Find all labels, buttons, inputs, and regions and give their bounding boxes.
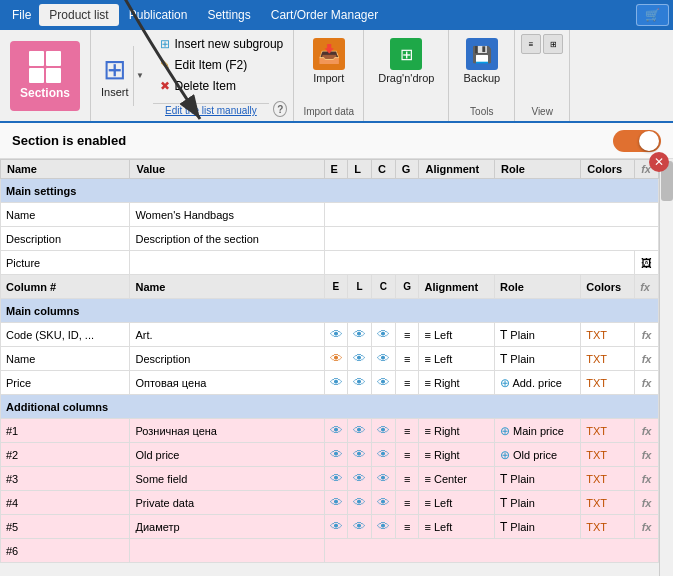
col-eye-2[interactable]: 👁 bbox=[348, 467, 372, 491]
file-menu[interactable]: File bbox=[4, 4, 39, 26]
picture-browse-icon[interactable]: 🖼 bbox=[635, 251, 659, 275]
col-eye-3[interactable]: 👁 bbox=[372, 467, 396, 491]
col-eye-3[interactable]: 👁 bbox=[372, 347, 396, 371]
insert-dropdown-button[interactable]: ▼ bbox=[133, 46, 147, 106]
col-eye-2[interactable]: 👁 bbox=[348, 371, 372, 395]
col-fx[interactable]: fx bbox=[635, 323, 659, 347]
col-alignment[interactable]: ≡ Left bbox=[419, 347, 495, 371]
col-align-icon[interactable]: ≡ bbox=[395, 467, 419, 491]
col-eye-1[interactable]: 👁 bbox=[324, 515, 348, 539]
col-eye-2[interactable]: 👁 bbox=[348, 491, 372, 515]
col-role[interactable]: ⊕ Main price bbox=[494, 419, 580, 443]
col-alignment[interactable]: ≡ Center bbox=[419, 467, 495, 491]
col-align-icon[interactable]: ≡ bbox=[395, 419, 419, 443]
col-name[interactable]: Art. bbox=[130, 323, 324, 347]
col-eye-3[interactable]: 👁 bbox=[372, 491, 396, 515]
col-align-icon[interactable]: ≡ bbox=[395, 515, 419, 539]
col-eye-1[interactable]: 👁 bbox=[324, 491, 348, 515]
section-toggle[interactable] bbox=[613, 130, 661, 152]
col-colors[interactable]: TXT bbox=[581, 467, 635, 491]
col-eye-1[interactable]: 👁 bbox=[324, 371, 348, 395]
cart-icon[interactable]: 🛒 bbox=[636, 4, 669, 26]
col-role[interactable]: T Plain bbox=[494, 515, 580, 539]
col-eye-1[interactable]: 👁 bbox=[324, 467, 348, 491]
col-eye-3[interactable]: 👁 bbox=[372, 515, 396, 539]
col-role[interactable]: ⊕ Old price bbox=[494, 443, 580, 467]
dragndrop-button[interactable]: ⊞ Drag'n'drop bbox=[370, 34, 442, 88]
col-align-icon[interactable]: ≡ bbox=[395, 323, 419, 347]
col-eye-3[interactable]: 👁 bbox=[372, 419, 396, 443]
col-eye-2[interactable]: 👁 bbox=[348, 347, 372, 371]
col-role[interactable]: ⊕ Add. price bbox=[494, 371, 580, 395]
col-role[interactable]: T Plain bbox=[494, 323, 580, 347]
col-eye-2[interactable]: 👁 bbox=[348, 323, 372, 347]
col-fx[interactable]: fx bbox=[635, 467, 659, 491]
col-align-icon[interactable]: ≡ bbox=[395, 347, 419, 371]
add-col-name[interactable]: Old price bbox=[130, 443, 324, 467]
col-align-icon[interactable]: ≡ bbox=[395, 443, 419, 467]
col-eye-3[interactable]: 👁 bbox=[372, 443, 396, 467]
edit-item-button[interactable]: ✎ Edit Item (F2) bbox=[153, 55, 288, 75]
view-btn-1[interactable]: ≡ bbox=[521, 34, 541, 54]
col-alignment[interactable]: ≡ Right bbox=[419, 443, 495, 467]
product-list-menu[interactable]: Product list bbox=[39, 4, 118, 26]
col-alignment[interactable]: ≡ Left bbox=[419, 491, 495, 515]
col-eye-1[interactable]: 👁 bbox=[324, 323, 348, 347]
main-scroll[interactable]: Name Value E L C G Alignment Role Colors… bbox=[0, 159, 659, 576]
col-align-icon[interactable]: ≡ bbox=[395, 491, 419, 515]
add-col-name[interactable]: Private data bbox=[130, 491, 324, 515]
col-colors[interactable]: TXT bbox=[581, 443, 635, 467]
settings-menu[interactable]: Settings bbox=[197, 4, 260, 26]
field-value[interactable]: Women's Handbags bbox=[130, 203, 324, 227]
col-eye-2[interactable]: 👁 bbox=[348, 515, 372, 539]
col-role[interactable]: T Plain bbox=[494, 491, 580, 515]
col-alignment[interactable]: ≡ Right bbox=[419, 371, 495, 395]
col-eye-1[interactable]: 👁 bbox=[324, 419, 348, 443]
col-fx[interactable]: fx bbox=[635, 491, 659, 515]
col-name[interactable]: Description bbox=[130, 347, 324, 371]
help-icon[interactable]: ? bbox=[273, 101, 287, 117]
col-colors[interactable]: TXT bbox=[581, 491, 635, 515]
cart-order-menu[interactable]: Cart/Order Manager bbox=[261, 4, 388, 26]
publication-menu[interactable]: Publication bbox=[119, 4, 198, 26]
backup-button[interactable]: 💾 Backup bbox=[455, 34, 508, 88]
view-btn-2[interactable]: ⊞ bbox=[543, 34, 563, 54]
col-fx[interactable]: fx bbox=[635, 347, 659, 371]
import-button[interactable]: 📥 Import bbox=[303, 34, 355, 88]
col-colors[interactable]: TXT bbox=[581, 347, 635, 371]
add-col-name[interactable] bbox=[130, 539, 324, 563]
col-align-icon[interactable]: ≡ bbox=[395, 371, 419, 395]
col-eye-1[interactable]: 👁 bbox=[324, 347, 348, 371]
col-alignment[interactable]: ≡ Right bbox=[419, 419, 495, 443]
add-col-name[interactable]: Розничная цена bbox=[130, 419, 324, 443]
add-col-name[interactable]: Диаметр bbox=[130, 515, 324, 539]
col-fx[interactable]: fx bbox=[635, 443, 659, 467]
insert-subgroup-button[interactable]: ⊞ Insert new subgroup bbox=[153, 34, 288, 54]
field-value[interactable] bbox=[130, 251, 324, 275]
col-eye-3[interactable]: 👁 bbox=[372, 371, 396, 395]
col-name[interactable]: Оптовая цена bbox=[130, 371, 324, 395]
col-eye-3[interactable]: 👁 bbox=[372, 323, 396, 347]
close-button[interactable]: ✕ bbox=[649, 152, 669, 172]
col-fx[interactable]: fx bbox=[635, 515, 659, 539]
delete-item-button[interactable]: ✖ Delete Item bbox=[153, 76, 288, 96]
col-alignment[interactable]: ≡ Left bbox=[419, 515, 495, 539]
col-alignment[interactable]: ≡ Left bbox=[419, 323, 495, 347]
col-role[interactable]: T Plain bbox=[494, 467, 580, 491]
col-eye-1[interactable]: 👁 bbox=[324, 443, 348, 467]
col-colors[interactable]: TXT bbox=[581, 419, 635, 443]
col-fx[interactable]: fx bbox=[635, 419, 659, 443]
field-value[interactable]: Description of the section bbox=[130, 227, 324, 251]
col-id: Code (SKU, ID, ... bbox=[1, 323, 130, 347]
col-colors[interactable]: TXT bbox=[581, 515, 635, 539]
add-col-name[interactable]: Some field bbox=[130, 467, 324, 491]
col-eye-2[interactable]: 👁 bbox=[348, 443, 372, 467]
col-role[interactable]: T Plain bbox=[494, 347, 580, 371]
col-colors[interactable]: TXT bbox=[581, 323, 635, 347]
sections-button[interactable]: Sections bbox=[10, 41, 80, 111]
col-colors[interactable]: TXT bbox=[581, 371, 635, 395]
col-eye-2[interactable]: 👁 bbox=[348, 419, 372, 443]
col-fx[interactable]: fx bbox=[635, 371, 659, 395]
edit-list-manually-link[interactable]: Edit the list manually bbox=[153, 103, 270, 117]
insert-button[interactable]: ⊞ Insert bbox=[97, 49, 133, 102]
